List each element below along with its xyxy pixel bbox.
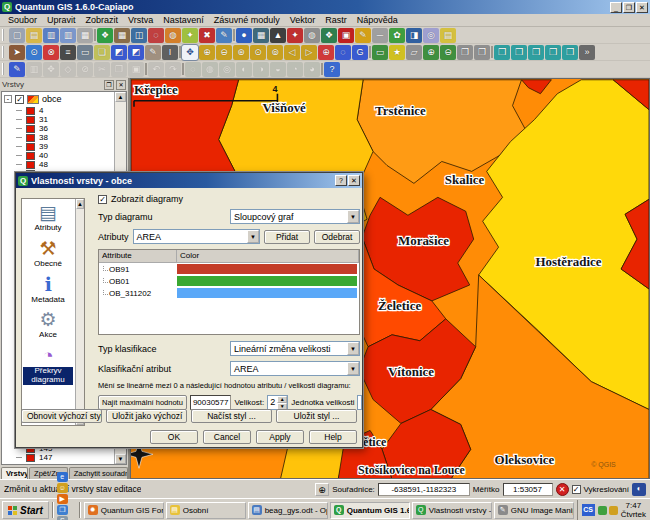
table-row[interactable]: OB_311202 [99,287,359,299]
identify-off-icon[interactable]: ⊗ [43,45,59,60]
map-view-4-icon[interactable]: ❒ [545,45,561,60]
attributes-combo[interactable]: AREA▼ [133,229,260,244]
add-spatialite-layer-icon[interactable]: ◌ [148,28,164,43]
toolbar-grip[interactable] [2,63,6,75]
attribute-table-icon[interactable]: ▦ [253,28,269,43]
unit-combo[interactable]: Milimetr▼ [357,395,362,410]
zoom-full-icon[interactable]: ⊛ [233,45,249,60]
render-checkbox[interactable] [572,485,581,494]
taskbar-window-button[interactable]: ✹ Quantum GIS Forum - M... [84,502,164,519]
map-view-2-icon[interactable]: ❒ [511,45,527,60]
minimize-button[interactable]: _ [610,2,622,13]
window-titlebar[interactable]: Q Quantum GIS 1.6.0-Capiapo _❐✕ [0,0,650,14]
separator[interactable] [179,46,181,58]
show-diagrams-checkbox[interactable] [98,195,107,204]
export-pdf-icon[interactable]: ▣ [338,28,354,43]
legend-item[interactable]: 4 [2,106,114,115]
select-arrow-icon[interactable]: ➤ [9,45,25,60]
separator[interactable] [321,63,323,75]
zoom-next-icon[interactable]: ▷ [301,45,317,60]
scroll-up-icon[interactable]: ▲ [115,92,126,102]
legend-item[interactable]: 36 [2,124,114,133]
internet-explorer-icon[interactable]: e [57,472,68,482]
restore-button[interactable]: ❐ [623,2,635,13]
style-button[interactable]: Obnovit výchozí styl [21,409,102,423]
add-raster-layer-icon[interactable]: ▦ [114,28,130,43]
classification-attribute-combo[interactable]: AREA▼ [230,361,360,376]
blue-folder-icon[interactable]: ◨ [406,28,422,43]
tab-actions[interactable]: ⚙ Akce [22,306,74,342]
language-indicator[interactable]: CS [582,504,595,516]
histogram-icon[interactable]: ▲ [270,28,286,43]
map-tips-icon[interactable]: ❏ [94,45,110,60]
taskbar-window-button[interactable]: ▤ beag_gys.odt - OpenOf... [248,502,328,519]
separator[interactable] [491,46,493,58]
skype-icon[interactable]: S [57,516,68,520]
simplify-feature-icon[interactable]: ◌ [185,62,201,77]
annotation-icon[interactable]: ✎ [355,28,371,43]
find-max-button[interactable]: Najít maximální hodnotu [98,395,187,410]
dialog-action-button[interactable]: OK [150,430,198,444]
delete-ring-icon[interactable]: ◐ [236,62,252,77]
toggle-editing-icon[interactable]: ✎ [9,62,25,77]
zoom-out-icon[interactable]: ⊖ [216,45,232,60]
tab-list-scrollbar[interactable]: ▲ ▼ [75,199,84,425]
map-view-1-icon[interactable]: ❒ [494,45,510,60]
measure-icon[interactable]: ▭ [77,45,93,60]
tab-general[interactable]: ⚒ Obecné [22,235,74,271]
menu-item[interactable]: Zásuvné moduly [209,15,285,25]
menu-item[interactable]: Rastr [320,15,352,25]
legend-item[interactable]: 39 [2,142,114,151]
dialog-help-button[interactable]: ? [335,175,347,186]
menu-item[interactable]: Vrstva [123,15,158,25]
size-spinbox[interactable]: 2 ▲▼ [267,395,288,410]
remove-layer-icon[interactable]: ✖ [199,28,215,43]
media-player-icon[interactable]: ▶ [57,494,68,504]
menu-item[interactable]: Soubor [3,15,42,25]
node-tool-icon[interactable]: ◇ [60,62,76,77]
globe-icon[interactable]: ● [236,28,252,43]
messenger-icon[interactable]: ☺ [57,483,68,493]
sphere-icon[interactable]: ◍ [304,28,320,43]
gps-compass-icon[interactable]: ✦ [287,28,303,43]
yellow-page-icon[interactable]: ▤ [440,28,456,43]
extent-toggle-icon[interactable]: ⊕ [315,483,329,496]
g-tool-icon[interactable]: G [352,45,368,60]
separator[interactable] [233,29,235,41]
select-rectangle-icon[interactable]: ▭ [372,45,388,60]
separator[interactable] [182,63,184,75]
toolbar-grip[interactable] [2,29,6,41]
remove-attribute-button[interactable]: Odebrat [314,230,360,244]
map-view-5-icon[interactable]: ❒ [562,45,578,60]
toolbar-overflow-icon[interactable]: » [579,45,595,60]
tray-icon-1[interactable] [598,506,607,515]
table-row[interactable]: OB91 [99,263,359,275]
crs-status-icon[interactable]: ◐ [632,483,646,496]
window-copy-icon[interactable]: ❐ [457,45,473,60]
layer-properties-dialog[interactable]: Q Vlastnosti vrstvy - obce ?✕ ▤ Atributy… [15,172,363,448]
map-view-3-icon[interactable]: ❒ [528,45,544,60]
save-project-icon[interactable]: ▥ [43,28,59,43]
close-button[interactable]: ✕ [636,2,648,13]
zoom-to-selection-icon[interactable]: ⊙ [250,45,266,60]
new-shapefile-icon[interactable]: ✦ [182,28,198,43]
tab-fields[interactable]: ▤ Atributy [22,199,74,235]
delete-selected-icon[interactable]: ⊘ [77,62,93,77]
dialog-titlebar[interactable]: Q Vlastnosti vrstvy - obce ?✕ [16,173,362,188]
add-postgis-layer-icon[interactable]: ◫ [131,28,147,43]
separator[interactable] [94,29,96,41]
doc-magnifier-icon[interactable]: ◎ [423,28,439,43]
scroll-up-icon[interactable]: ▲ [76,199,84,209]
separator[interactable] [145,63,147,75]
zoom-to-layer-icon[interactable]: ⊚ [267,45,283,60]
taskbar-window-button[interactable]: ▤ Osobní [166,502,246,519]
add-ring-icon[interactable]: ◍ [202,62,218,77]
new-bookmark-icon[interactable]: ◩ [128,45,144,60]
show-bookmarks-icon[interactable]: ◩ [111,45,127,60]
panel-tab[interactable]: Vrstvy [1,467,28,479]
legend-item[interactable]: 38 [2,133,114,142]
legend-item[interactable]: 147 [2,453,126,462]
deselect-icon[interactable]: ▱ [406,45,422,60]
legend-item[interactable]: 31 [2,115,114,124]
zoom-green-in-icon[interactable]: ⊕ [423,45,439,60]
